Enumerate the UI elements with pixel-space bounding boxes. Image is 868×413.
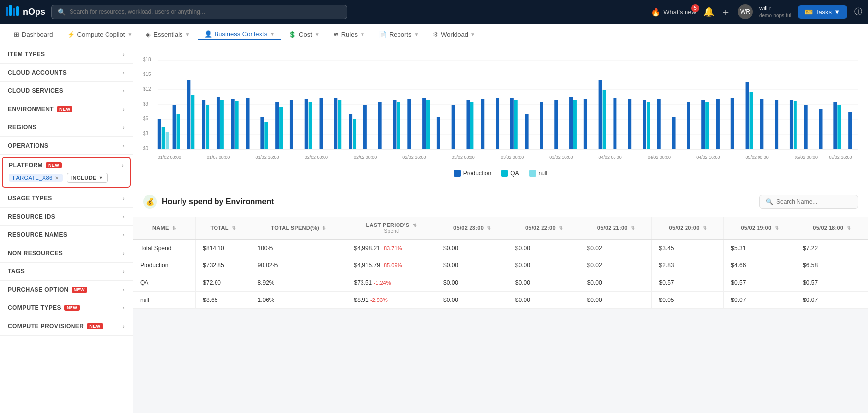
last-period-value-0: $4,998.21 [354,245,380,252]
notification-bell[interactable]: 🔔 [703,6,714,17]
col-header-0518[interactable]: 05/02 18:00 ⇅ [796,217,868,239]
svg-rect-57 [510,98,514,149]
business-icon: 👤 [204,30,212,38]
svg-rect-47 [397,102,400,149]
add-button[interactable]: ＋ [721,5,731,19]
svg-rect-20 [166,132,169,149]
svg-rect-78 [746,82,749,149]
user-sub: demo-nops-ful [760,12,791,19]
col-header-total[interactable]: TOTAL ⇅ [196,217,251,239]
sidebar-item-cloud-services[interactable]: CLOUD SERVICES › [0,82,133,100]
svg-rect-59 [525,114,529,149]
col-header-name[interactable]: NAME ⇅ [133,217,196,239]
compute-chevron-icon: ▼ [127,32,132,37]
whats-new-button[interactable]: 🔥 What's new 5 [651,7,696,17]
cell-total-0: $814.10 [196,239,251,257]
svg-text:02/02 00:00: 02/02 00:00 [305,155,328,160]
platform-tag-close-icon[interactable]: ✕ [55,175,59,181]
search-name-container[interactable]: 🔍 [760,195,858,209]
sidebar-item-environment[interactable]: ENVIRONMENT NEW › [0,100,133,118]
sidebar-item-non-resources[interactable]: NON RESOURCES › [0,244,133,263]
tasks-label: Tasks [815,8,832,16]
svg-text:03/02 00:00: 03/02 00:00 [452,155,475,160]
sidebar-item-resource-ids[interactable]: RESOURCE IDS › [0,208,133,226]
cell-col1-3: $0.00 [436,292,508,309]
cell-col1-0: $0.00 [436,239,508,257]
avatar[interactable]: WR [738,4,753,19]
workload-icon: ⚙ [433,31,438,38]
nav-rules[interactable]: ≋ Rules ▼ [327,29,371,40]
reports-icon: 📄 [379,31,387,38]
cost-chevron-icon: ▼ [315,32,320,37]
nav-compute-label: Compute Copilot [77,31,125,38]
resource-names-chevron-icon: › [123,232,125,238]
col0521-sort-icon: ⇅ [631,226,635,231]
legend-null-dot [529,170,536,177]
cell-pct-0: 100% [251,239,347,257]
nav-dashboard[interactable]: ⊞ Dashboard [8,29,59,40]
svg-rect-46 [393,100,397,149]
svg-rect-42 [349,114,352,149]
cloud-accounts-chevron-icon: › [123,70,125,75]
logo-text: nOps [23,7,45,17]
cell-col6-0: $7.22 [796,239,868,257]
platform-include-dropdown[interactable]: Include ▼ [67,173,108,183]
tasks-button[interactable]: 🎫 Tasks ▼ [798,5,847,19]
col-header-0521[interactable]: 05/02 21:00 ⇅ [580,217,652,239]
sidebar-item-operations[interactable]: OPERATIONS › [0,137,133,155]
col-header-0522[interactable]: 05/02 22:00 ⇅ [508,217,580,239]
col-header-0519[interactable]: 05/02 19:00 ⇅ [724,217,796,239]
environment-chevron-icon: › [123,106,125,112]
svg-rect-67 [613,98,616,149]
include-chevron-down-icon: ▼ [99,175,103,180]
legend-qa-label: QA [510,170,519,177]
info-icon[interactable]: ⓘ [854,7,862,17]
nav-cost[interactable]: 💲 Cost ▼ [283,29,326,40]
sidebar-item-compute-types[interactable]: COMPUTE TYPES NEW › [0,299,133,317]
cell-pct-2: 8.92% [251,274,347,292]
main-content: $18 $15 $12 $9 $6 $3 $0 [133,45,868,413]
nav-business-contexts[interactable]: 👤 Business Contexts ▼ [198,28,281,40]
sidebar-item-resource-names[interactable]: RESOURCE NAMES › [0,226,133,244]
sidebar-item-platform[interactable]: PLATFORM NEW › Fargate_x86 ✕ Include ▼ [2,157,131,188]
svg-rect-65 [599,80,602,149]
sidebar-item-regions[interactable]: REGIONS › [0,118,133,137]
sidebar-item-purchase-option[interactable]: PURCHASE OPTION NEW › [0,281,133,299]
svg-rect-24 [191,95,194,149]
col-header-0523[interactable]: 05/02 23:00 ⇅ [436,217,508,239]
sidebar-environment-label: ENVIRONMENT [8,106,54,113]
table-scroll-container[interactable]: NAME ⇅ TOTAL ⇅ TOTAL SPEND(%) ⇅ LAST PER… [133,217,868,309]
sidebar-operations-label: OPERATIONS [8,142,48,149]
col-header-last-period[interactable]: LAST PERIOD'S ⇅ Spend [347,217,436,239]
nav-essentials[interactable]: ◈ Essentials ▼ [140,29,196,40]
col-header-0520[interactable]: 05/02 20:00 ⇅ [652,217,724,239]
svg-rect-62 [569,97,573,149]
svg-text:03/02 08:00: 03/02 08:00 [501,155,524,160]
cell-name-0: Total Spend [133,239,196,257]
global-search[interactable]: 🔍 Search for resources, workload, users … [51,5,347,19]
sidebar-item-tags[interactable]: TAGS › [0,263,133,281]
cell-col2-2: $0.00 [508,274,580,292]
nav-rules-label: Rules [341,31,358,38]
cell-name-2: QA [133,274,196,292]
legend-qa-dot [501,170,508,177]
sidebar-item-cloud-accounts[interactable]: CLOUD ACCOUNTS › [0,64,133,82]
platform-tag-chip[interactable]: Fargate_x86 ✕ [9,174,63,182]
svg-rect-72 [672,117,676,149]
nav-reports[interactable]: 📄 Reports ▼ [373,29,425,40]
svg-text:$15: $15 [143,72,151,77]
sidebar-item-item-types[interactable]: ITEM TYPES › [0,45,133,64]
svg-text:05/02 08:00: 05/02 08:00 [795,155,818,160]
search-name-input[interactable] [776,198,845,205]
nav-compute-copilot[interactable]: ⚡ Compute Copilot ▼ [61,29,139,40]
col-header-total-spend-pct[interactable]: TOTAL SPEND(%) ⇅ [251,217,347,239]
svg-rect-63 [573,100,577,149]
sidebar-item-compute-provisioner[interactable]: COMPUTE PROVISIONER NEW › [0,317,133,336]
logo[interactable]: nOps [6,5,45,19]
cost-icon: 💲 [289,31,296,38]
sidebar-item-usage-types[interactable]: USAGE TYPES › [0,189,133,208]
svg-rect-85 [819,109,823,149]
nav-workload[interactable]: ⚙ Workload ▼ [427,29,481,40]
legend-production-label: Production [463,170,491,177]
svg-text:04/02 08:00: 04/02 08:00 [648,155,671,160]
